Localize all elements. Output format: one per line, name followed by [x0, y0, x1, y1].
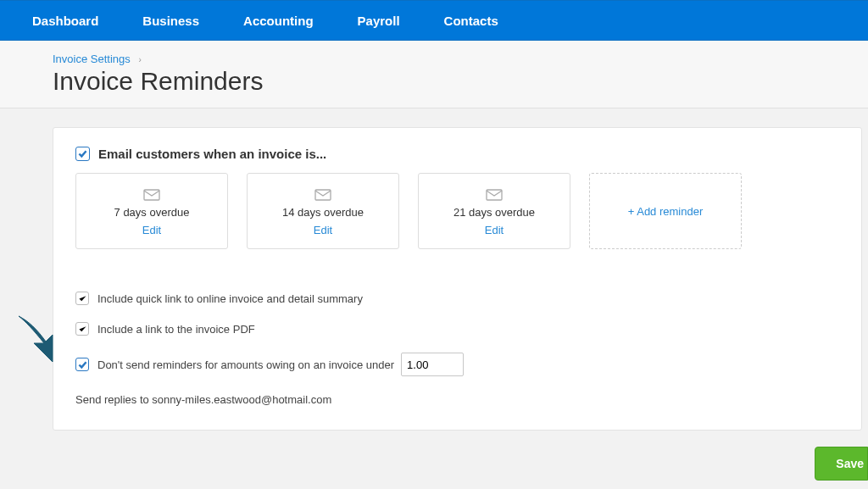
- page-header: Invoice Settings › Invoice Reminders: [0, 41, 868, 108]
- nav-business[interactable]: Business: [120, 14, 221, 28]
- arrow-pointer-icon: [8, 309, 70, 370]
- min-amount-checkbox[interactable]: [75, 358, 89, 371]
- email-customers-label: Email customers when an invoice is...: [98, 147, 326, 161]
- option-pdf-link-row: Include a link to the invoice PDF: [75, 322, 839, 336]
- top-nav: Dashboard Business Accounting Payroll Co…: [0, 0, 868, 41]
- reminder-edit-link[interactable]: Edit: [485, 224, 504, 236]
- save-button[interactable]: Save: [815, 447, 868, 481]
- min-amount-input[interactable]: [401, 353, 464, 376]
- option-min-amount-row: Don't send reminders for amounts owing o…: [75, 353, 839, 376]
- reminder-card-2: 14 days overdue Edit: [247, 173, 399, 249]
- quick-link-label: Include quick link to online invoice and…: [97, 292, 363, 305]
- nav-dashboard[interactable]: Dashboard: [10, 14, 120, 28]
- nav-accounting[interactable]: Accounting: [221, 14, 336, 28]
- pdf-link-checkbox[interactable]: [75, 322, 89, 336]
- reminder-days: 14 days overdue: [282, 206, 364, 219]
- add-reminder-label: + Add reminder: [628, 205, 704, 218]
- reminder-card-1: 7 days overdue Edit: [75, 173, 228, 249]
- save-label: Save: [836, 457, 864, 470]
- breadcrumb-link[interactable]: Invoice Settings: [53, 53, 131, 65]
- svg-rect-2: [487, 190, 502, 200]
- svg-rect-0: [144, 190, 159, 200]
- reminder-card-3: 21 days overdue Edit: [418, 173, 570, 249]
- reminder-days: 7 days overdue: [114, 206, 190, 219]
- option-quick-link-row: Include quick link to online invoice and…: [75, 292, 839, 305]
- reminder-edit-link[interactable]: Edit: [314, 224, 332, 236]
- breadcrumb[interactable]: Invoice Settings ›: [53, 53, 868, 65]
- content: Email customers when an invoice is... 7 …: [0, 108, 868, 431]
- reminders-row: 7 days overdue Edit 14 days overdue Edit…: [75, 173, 839, 249]
- email-customers-row: Email customers when an invoice is...: [75, 147, 839, 161]
- chevron-right-icon: ›: [138, 55, 141, 64]
- settings-card: Email customers when an invoice is... 7 …: [53, 127, 862, 431]
- mail-icon: [314, 189, 331, 201]
- nav-contacts[interactable]: Contacts: [422, 14, 520, 28]
- mail-icon: [486, 189, 503, 201]
- page-title: Invoice Reminders: [53, 67, 868, 96]
- pdf-link-label: Include a link to the invoice PDF: [97, 323, 255, 336]
- reminder-days: 21 days overdue: [453, 206, 535, 219]
- reminder-edit-link[interactable]: Edit: [142, 224, 161, 236]
- reply-to-line: Send replies to sonny-miles.eastwood@hot…: [75, 393, 839, 406]
- min-amount-label: Don't send reminders for amounts owing o…: [97, 358, 394, 371]
- nav-payroll[interactable]: Payroll: [336, 14, 422, 28]
- email-customers-checkbox[interactable]: [75, 147, 90, 161]
- mail-icon: [143, 189, 160, 201]
- svg-rect-1: [315, 190, 331, 200]
- quick-link-checkbox[interactable]: [75, 292, 89, 305]
- add-reminder-button[interactable]: + Add reminder: [589, 173, 742, 249]
